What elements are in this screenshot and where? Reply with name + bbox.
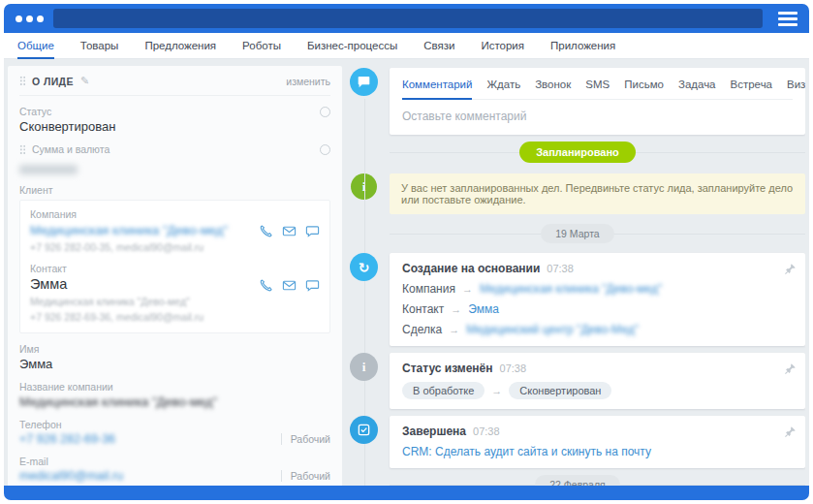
amount-label: Сумма и валюта (19, 143, 330, 155)
client-card: Компания Медицинская клиника "Дево-мед" … (19, 200, 330, 333)
contact-block: Контакт Эмма Медицинская клиника "Дево-м… (30, 263, 320, 323)
tab-history[interactable]: История (481, 33, 524, 59)
tab-links[interactable]: Связи (423, 33, 454, 59)
chat-icon[interactable] (305, 224, 320, 238)
tab-general[interactable]: Общие (17, 33, 54, 59)
panel-title: О ЛИДЕ (32, 76, 74, 87)
timeline-entry: Завершена 07:38 CRM: Сделать аудит сайта… (350, 416, 805, 468)
planned-row: Запланировано (350, 142, 805, 165)
section-tabs: Общие Товары Предложения Роботы Бизнес-п… (4, 33, 809, 59)
lead-details-column: О ЛИДЕ ✎ изменить Статус Сконвертирован … (8, 66, 342, 486)
company-details: +7 926 282-00-35, medical90@mail.ru (30, 241, 246, 253)
email-label: E-mail (19, 456, 330, 467)
pin-icon[interactable] (784, 362, 797, 379)
status-label: Статус (19, 106, 330, 117)
tab-apps[interactable]: Приложения (550, 33, 615, 59)
name-value[interactable]: Эмма (19, 357, 330, 371)
row-label: Сделка (402, 323, 442, 336)
company-link[interactable]: Медицинская клиника "Дево-мед" (480, 282, 662, 296)
email-icon[interactable] (282, 278, 297, 293)
pencil-icon[interactable]: ✎ (80, 75, 89, 87)
date-separator: 19 Марта (350, 224, 805, 243)
notice-row: i У вас нет запланированных дел. Передви… (350, 173, 805, 214)
contact-label: Контакт (30, 263, 246, 274)
task-check-icon (350, 416, 378, 444)
email-icon[interactable] (282, 224, 297, 238)
edit-link[interactable]: изменить (286, 76, 330, 87)
planned-button[interactable]: Запланировано (519, 142, 636, 163)
hamburger-menu-icon[interactable] (778, 12, 797, 26)
tab-quotes[interactable]: Предложения (144, 33, 216, 59)
bottom-bar (4, 486, 809, 500)
contact-company: Медицинская клиника "Дево-мед" (30, 296, 246, 307)
timeline-entry: ↻ Создание на основании 07:38 Компания→М… (350, 253, 805, 346)
contact-link[interactable]: Эмма (468, 302, 499, 316)
arrow-icon: → (449, 324, 459, 335)
lock-icon (320, 144, 330, 155)
tab-robots[interactable]: Роботы (242, 33, 281, 59)
arrow-icon: → (491, 385, 502, 396)
contact-details: +7 926 282-69-36, medical90@mail.ru (30, 311, 246, 323)
tab-call[interactable]: Звонок (535, 77, 571, 100)
entry-time: 07:38 (547, 263, 574, 274)
tab-products[interactable]: Товары (80, 33, 119, 59)
date-badge: 19 Марта (541, 224, 613, 243)
comment-bubble-icon (350, 68, 378, 96)
comment-input[interactable]: Оставьте комментарий (402, 100, 793, 125)
entry-time: 07:38 (500, 362, 527, 374)
drag-handle-icon[interactable] (19, 76, 25, 86)
notice-text: У вас нет запланированных дел. Передвинь… (390, 173, 805, 214)
entry-title: Создание на основании (402, 262, 540, 275)
address-bar[interactable] (53, 9, 763, 28)
tab-letter[interactable]: Письмо (624, 77, 664, 100)
entry-time: 07:38 (473, 425, 500, 437)
company-link[interactable]: Медицинская клиника "Дево-мед" (30, 223, 246, 237)
sync-icon: ↻ (350, 253, 378, 281)
tab-task[interactable]: Задача (678, 77, 716, 100)
task-link[interactable]: CRM: Сделать аудит сайта и скинуть на по… (402, 445, 651, 458)
app-window: Общие Товары Предложения Роботы Бизнес-п… (4, 4, 809, 500)
company-name-label: Название компании (19, 381, 330, 393)
phone-icon[interactable] (259, 278, 273, 293)
status-badge: В обработке (402, 382, 485, 399)
chat-icon[interactable] (305, 278, 320, 293)
date-separator: 22 Февраля (350, 475, 805, 486)
row-label: Контакт (402, 302, 444, 316)
arrow-icon: → (462, 283, 473, 295)
status-badge: Сконвертирован (509, 382, 611, 399)
email-type[interactable]: Рабочий (281, 470, 330, 482)
row-label: Компания (402, 282, 455, 296)
tab-sms[interactable]: SMS (585, 77, 610, 100)
phone-icon[interactable] (259, 224, 273, 238)
tab-comment[interactable]: Комментарий (402, 77, 472, 100)
company-block: Компания Медицинская клиника "Дево-мед" … (30, 208, 320, 253)
tab-meeting[interactable]: Встреча (731, 77, 772, 100)
email-value[interactable]: medical90@mail.ru (19, 469, 123, 483)
date-badge: 22 Февраля (535, 475, 620, 486)
client-label: Клиент (19, 184, 330, 196)
timeline-entry: i Статус изменён 07:38 В обработке → Ско… (350, 353, 805, 409)
timeline-composer: Комментарий Ждать Звонок SMS Письмо Зада… (350, 68, 805, 135)
entry-title: Завершена (402, 425, 466, 438)
phone-label: Телефон (19, 419, 330, 430)
status-value[interactable]: Сконвертирован (19, 119, 330, 134)
tab-bizproc[interactable]: Бизнес-процессы (307, 33, 397, 59)
pin-icon[interactable] (784, 262, 797, 279)
drag-handle-icon[interactable] (19, 144, 25, 155)
company-name-value[interactable]: Медицинская клиника "Дево-мед" (19, 394, 330, 409)
deal-link[interactable]: Медицинский центр "Дево-Мед" (466, 323, 639, 336)
company-label: Компания (30, 208, 246, 220)
tab-visit[interactable]: Визит (787, 77, 805, 100)
name-label: Имя (19, 343, 330, 355)
tab-wait[interactable]: Ждать (486, 77, 520, 100)
top-bar (4, 4, 809, 33)
phone-value[interactable]: +7 926 282-69-36 (19, 432, 115, 446)
entry-title: Статус изменён (402, 362, 493, 375)
amount-value-blurred[interactable] (19, 165, 78, 174)
window-dots-icon (16, 16, 44, 22)
pin-icon[interactable] (784, 425, 797, 442)
timeline-column: Комментарий Ждать Звонок SMS Письмо Зада… (350, 66, 805, 486)
phone-type[interactable]: Рабочий (281, 433, 330, 445)
contact-name[interactable]: Эмма (30, 276, 246, 292)
lock-icon (320, 107, 330, 117)
